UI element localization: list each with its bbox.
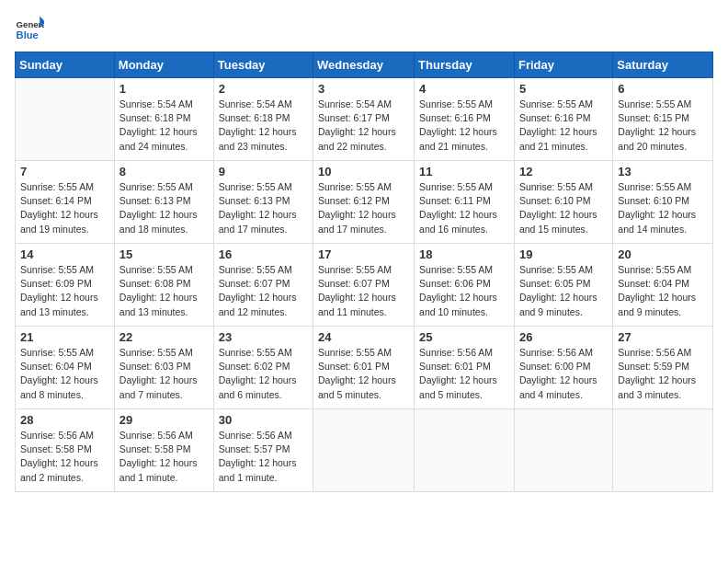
day-number: 16 [219,247,308,261]
calendar-cell: 23Sunrise: 5:55 AM Sunset: 6:02 PM Dayli… [213,327,313,409]
calendar-cell: 15Sunrise: 5:55 AM Sunset: 6:08 PM Dayli… [114,244,213,327]
day-detail: Sunrise: 5:55 AM Sunset: 6:04 PM Dayligh… [618,263,708,319]
week-row-2: 7Sunrise: 5:55 AM Sunset: 6:14 PM Daylig… [16,161,713,244]
day-number: 15 [119,247,209,261]
calendar-cell: 12Sunrise: 5:55 AM Sunset: 6:10 PM Dayli… [514,161,612,244]
day-number: 9 [219,165,308,178]
svg-text:Blue: Blue [17,29,39,40]
day-detail: Sunrise: 5:55 AM Sunset: 6:13 PM Dayligh… [119,180,209,236]
calendar-cell: 6Sunrise: 5:55 AM Sunset: 6:15 PM Daylig… [613,78,713,161]
calendar-cell: 4Sunrise: 5:55 AM Sunset: 6:16 PM Daylig… [415,78,515,161]
day-number: 2 [219,82,308,96]
day-number: 28 [20,413,109,427]
calendar-cell: 3Sunrise: 5:54 AM Sunset: 6:17 PM Daylig… [313,78,415,161]
calendar-header-row: SundayMondayTuesdayWednesdayThursdayFrid… [16,52,713,78]
day-detail: Sunrise: 5:55 AM Sunset: 6:07 PM Dayligh… [219,263,308,319]
day-number: 30 [219,413,308,427]
day-number: 5 [519,82,608,96]
day-number: 7 [20,165,109,178]
calendar-cell: 28Sunrise: 5:56 AM Sunset: 5:58 PM Dayli… [16,409,115,492]
day-detail: Sunrise: 5:55 AM Sunset: 6:16 PM Dayligh… [419,98,509,154]
calendar-cell [613,409,713,492]
calendar-cell: 8Sunrise: 5:55 AM Sunset: 6:13 PM Daylig… [114,161,213,244]
week-row-5: 28Sunrise: 5:56 AM Sunset: 5:58 PM Dayli… [16,409,713,492]
day-number: 12 [519,165,608,178]
calendar-cell: 18Sunrise: 5:55 AM Sunset: 6:06 PM Dayli… [415,244,515,327]
calendar-cell: 21Sunrise: 5:55 AM Sunset: 6:04 PM Dayli… [16,327,115,409]
calendar-cell: 27Sunrise: 5:56 AM Sunset: 5:59 PM Dayli… [613,327,713,409]
calendar-cell: 20Sunrise: 5:55 AM Sunset: 6:04 PM Dayli… [613,244,713,327]
col-header-friday: Friday [514,52,612,78]
day-detail: Sunrise: 5:56 AM Sunset: 6:01 PM Dayligh… [419,346,509,402]
day-detail: Sunrise: 5:55 AM Sunset: 6:12 PM Dayligh… [318,180,409,236]
day-detail: Sunrise: 5:55 AM Sunset: 6:05 PM Dayligh… [519,263,608,319]
day-number: 17 [318,247,409,261]
week-row-4: 21Sunrise: 5:55 AM Sunset: 6:04 PM Dayli… [16,327,713,409]
day-detail: Sunrise: 5:55 AM Sunset: 6:15 PM Dayligh… [618,98,708,154]
day-detail: Sunrise: 5:54 AM Sunset: 6:18 PM Dayligh… [219,98,308,154]
day-number: 19 [519,247,608,261]
calendar-cell: 10Sunrise: 5:55 AM Sunset: 6:12 PM Dayli… [313,161,415,244]
logo: GeneralBlue [15,15,44,44]
logo-icon: GeneralBlue [15,15,44,44]
calendar-cell: 14Sunrise: 5:55 AM Sunset: 6:09 PM Dayli… [16,244,115,327]
calendar-cell: 25Sunrise: 5:56 AM Sunset: 6:01 PM Dayli… [415,327,515,409]
day-detail: Sunrise: 5:55 AM Sunset: 6:14 PM Dayligh… [20,180,109,236]
day-number: 13 [618,165,708,178]
calendar-cell: 2Sunrise: 5:54 AM Sunset: 6:18 PM Daylig… [213,78,313,161]
week-row-3: 14Sunrise: 5:55 AM Sunset: 6:09 PM Dayli… [16,244,713,327]
calendar-cell: 7Sunrise: 5:55 AM Sunset: 6:14 PM Daylig… [16,161,115,244]
day-detail: Sunrise: 5:56 AM Sunset: 5:57 PM Dayligh… [219,429,308,485]
day-detail: Sunrise: 5:55 AM Sunset: 6:03 PM Dayligh… [119,346,209,402]
calendar-cell: 26Sunrise: 5:56 AM Sunset: 6:00 PM Dayli… [514,327,612,409]
calendar-cell [415,409,515,492]
day-detail: Sunrise: 5:56 AM Sunset: 6:00 PM Dayligh… [519,346,608,402]
calendar-cell [16,78,115,161]
col-header-wednesday: Wednesday [313,52,415,78]
day-number: 27 [618,330,708,344]
day-detail: Sunrise: 5:54 AM Sunset: 6:17 PM Dayligh… [318,98,409,154]
day-detail: Sunrise: 5:55 AM Sunset: 6:08 PM Dayligh… [119,263,209,319]
day-detail: Sunrise: 5:55 AM Sunset: 6:06 PM Dayligh… [419,263,509,319]
week-row-1: 1Sunrise: 5:54 AM Sunset: 6:18 PM Daylig… [16,78,713,161]
calendar-cell: 16Sunrise: 5:55 AM Sunset: 6:07 PM Dayli… [213,244,313,327]
calendar-cell: 17Sunrise: 5:55 AM Sunset: 6:07 PM Dayli… [313,244,415,327]
day-number: 18 [419,247,509,261]
day-detail: Sunrise: 5:55 AM Sunset: 6:16 PM Dayligh… [519,98,608,154]
day-number: 3 [318,82,409,96]
calendar-cell: 9Sunrise: 5:55 AM Sunset: 6:13 PM Daylig… [213,161,313,244]
day-detail: Sunrise: 5:56 AM Sunset: 5:59 PM Dayligh… [618,346,708,402]
day-number: 21 [20,330,109,344]
calendar-cell [514,409,612,492]
calendar-cell: 19Sunrise: 5:55 AM Sunset: 6:05 PM Dayli… [514,244,612,327]
day-detail: Sunrise: 5:55 AM Sunset: 6:10 PM Dayligh… [618,180,708,236]
day-number: 25 [419,330,509,344]
page-header: GeneralBlue [15,15,713,44]
day-detail: Sunrise: 5:54 AM Sunset: 6:18 PM Dayligh… [119,98,209,154]
calendar-cell [313,409,415,492]
day-detail: Sunrise: 5:55 AM Sunset: 6:13 PM Dayligh… [219,180,308,236]
day-detail: Sunrise: 5:55 AM Sunset: 6:01 PM Dayligh… [318,346,409,402]
day-detail: Sunrise: 5:55 AM Sunset: 6:10 PM Dayligh… [519,180,608,236]
day-detail: Sunrise: 5:55 AM Sunset: 6:11 PM Dayligh… [419,180,509,236]
day-number: 6 [618,82,708,96]
day-number: 4 [419,82,509,96]
col-header-sunday: Sunday [16,52,115,78]
calendar-table: SundayMondayTuesdayWednesdayThursdayFrid… [15,52,713,492]
day-number: 29 [119,413,209,427]
day-detail: Sunrise: 5:56 AM Sunset: 5:58 PM Dayligh… [20,429,109,485]
calendar-cell: 30Sunrise: 5:56 AM Sunset: 5:57 PM Dayli… [213,409,313,492]
day-detail: Sunrise: 5:56 AM Sunset: 5:58 PM Dayligh… [119,429,209,485]
day-detail: Sunrise: 5:55 AM Sunset: 6:09 PM Dayligh… [20,263,109,319]
calendar-cell: 13Sunrise: 5:55 AM Sunset: 6:10 PM Dayli… [613,161,713,244]
col-header-thursday: Thursday [415,52,515,78]
day-number: 23 [219,330,308,344]
col-header-monday: Monday [114,52,213,78]
day-detail: Sunrise: 5:55 AM Sunset: 6:02 PM Dayligh… [219,346,308,402]
day-number: 20 [618,247,708,261]
calendar-cell: 29Sunrise: 5:56 AM Sunset: 5:58 PM Dayli… [114,409,213,492]
calendar-cell: 1Sunrise: 5:54 AM Sunset: 6:18 PM Daylig… [114,78,213,161]
calendar-cell: 5Sunrise: 5:55 AM Sunset: 6:16 PM Daylig… [514,78,612,161]
calendar-cell: 22Sunrise: 5:55 AM Sunset: 6:03 PM Dayli… [114,327,213,409]
calendar-cell: 11Sunrise: 5:55 AM Sunset: 6:11 PM Dayli… [415,161,515,244]
